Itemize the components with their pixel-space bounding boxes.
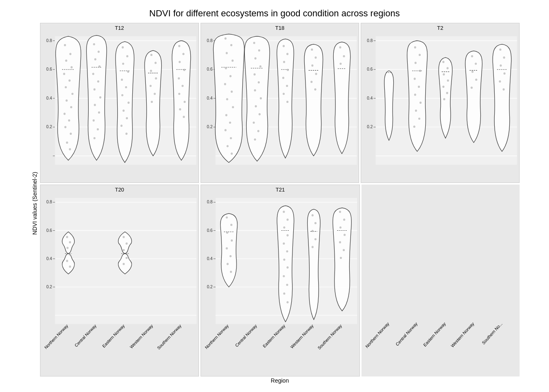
svg-point-115 [253,42,255,44]
svg-point-31 [63,113,65,115]
svg-point-133 [282,77,284,79]
svg-point-71 [151,101,153,103]
panel-T21-content: 0.8 0.6 0.4 0.2 [201,194,359,376]
svg-point-271 [339,211,341,213]
svg-point-191 [503,56,505,58]
svg-point-255 [287,234,289,236]
svg-point-140 [311,65,313,67]
x-axis-label: Region [40,376,520,384]
svg-point-142 [310,81,312,83]
svg-point-35 [66,141,68,143]
svg-point-66 [154,62,156,64]
violin-svg-T2: 0.8 0.6 0.4 0.2 [361,32,519,183]
svg-point-190 [500,49,502,51]
panel-T20-content: 0.8 0.6 0.4 0.2 [40,194,199,376]
svg-point-26 [69,80,71,82]
svg-point-179 [447,80,449,82]
svg-text:0.4: 0.4 [367,96,373,100]
svg-point-252 [283,211,285,213]
svg-point-73 [178,45,180,47]
svg-text:Western Norway: Western Norway [450,321,475,348]
svg-point-112 [226,145,228,147]
svg-point-108 [225,114,227,116]
svg-point-243 [226,216,228,218]
svg-point-216 [69,265,71,267]
svg-point-167 [419,70,421,72]
svg-point-146 [343,55,345,57]
svg-point-110 [224,129,226,131]
svg-point-30 [70,106,72,108]
panel-T12-title: T12 [40,23,199,32]
panel-T21-title: T21 [201,185,359,194]
svg-point-49 [97,128,99,130]
svg-point-250 [230,271,232,273]
svg-point-182 [443,98,445,100]
svg-point-259 [287,266,289,268]
svg-point-135 [283,93,285,95]
svg-point-39 [98,51,100,53]
svg-point-219 [125,243,127,245]
svg-point-249 [227,263,229,265]
panel-legend-content: Northern Norway Central Norway Eastern N… [362,185,520,376]
svg-point-22 [69,53,71,55]
svg-point-56 [121,78,123,80]
top-row: T12 0.8 0.6 0. [40,23,520,183]
svg-point-80 [184,101,186,103]
svg-point-57 [125,86,127,88]
svg-point-111 [230,137,232,139]
svg-point-192 [500,65,502,67]
chart-title: NDVI for different ecosystems in good co… [149,8,399,19]
violin-svg-T21: 0.8 0.6 0.4 0.2 [201,194,359,376]
svg-point-222 [123,263,125,265]
svg-text:Southern No...: Southern No... [481,321,503,345]
svg-text:Western Norway: Western Norway [290,323,315,349]
panel-T20-title: T20 [40,185,199,194]
svg-point-143 [314,88,316,90]
svg-text:0.2: 0.2 [367,124,373,129]
svg-point-277 [340,257,342,259]
svg-point-48 [93,119,95,121]
svg-text:0.8: 0.8 [46,200,52,204]
svg-point-79 [178,93,180,95]
svg-text:0.8: 0.8 [367,38,373,43]
svg-point-47 [98,111,100,114]
svg-point-36 [69,148,71,150]
svg-point-180 [442,86,444,88]
svg-point-168 [414,78,416,80]
svg-point-214 [69,253,71,255]
svg-text:Central Norway: Central Norway [74,323,98,347]
svg-point-176 [442,61,444,63]
svg-point-275 [339,241,341,243]
svg-point-212 [69,241,71,243]
svg-point-257 [286,250,288,252]
violin-svg-legend: Northern Norway Central Norway Eastern N… [362,185,520,376]
svg-point-220 [123,249,125,251]
svg-point-268 [315,238,317,240]
svg-point-132 [287,69,289,71]
svg-point-103 [229,75,231,77]
svg-point-50 [94,137,96,139]
svg-point-100 [225,52,228,54]
panel-T21: T21 0.8 0.6 0.4 0.2 [201,185,359,376]
svg-point-38 [93,43,95,45]
svg-point-55 [127,71,129,73]
panel-T18: T18 0.8 0.6 0.4 [201,23,359,183]
svg-text:0.8: 0.8 [207,200,213,204]
svg-point-113 [230,153,232,155]
svg-text:Central Norway: Central Norway [395,321,418,347]
svg-point-99 [230,44,232,46]
svg-point-213 [67,247,69,249]
svg-point-171 [420,102,422,104]
svg-point-43 [97,80,99,82]
svg-point-82 [183,116,185,118]
svg-point-221 [125,257,127,259]
svg-point-178 [443,73,445,75]
svg-point-138 [311,49,313,51]
svg-text:Southern Norway: Southern Norway [156,323,183,350]
svg-point-101 [231,60,233,62]
svg-point-274 [344,234,346,236]
chart-body: NDVI values (Sentinel-2) T12 [29,23,520,384]
svg-point-186 [472,71,474,73]
svg-point-109 [229,122,231,124]
svg-point-193 [504,72,506,74]
